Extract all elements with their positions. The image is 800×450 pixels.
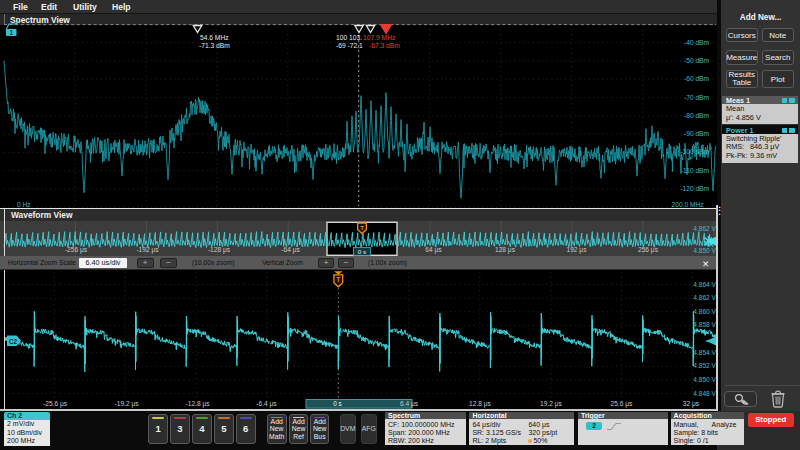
svg-text:6.4 μs: 6.4 μs	[400, 400, 419, 408]
svg-text:4.854 V: 4.854 V	[693, 349, 716, 356]
svg-text:-12.8 μs: -12.8 μs	[186, 400, 211, 408]
svg-text:0 s: 0 s	[333, 400, 342, 407]
svg-text:25.6 μs: 25.6 μs	[611, 400, 633, 408]
svg-text:192 μs: 192 μs	[567, 246, 588, 254]
svg-text:64 μs: 64 μs	[425, 246, 442, 254]
svg-text:4.860 V: 4.860 V	[693, 308, 716, 315]
svg-text:4.864 V: 4.864 V	[693, 281, 716, 288]
svg-text:128 μs: 128 μs	[495, 246, 516, 254]
svg-text:T: T	[336, 276, 340, 283]
svg-text:256 μs: 256 μs	[638, 246, 659, 254]
svg-text:4.850 V: 4.850 V	[693, 376, 716, 383]
svg-text:4.858 V: 4.858 V	[693, 321, 716, 328]
svg-text:4.850 V: 4.850 V	[693, 247, 716, 254]
svg-text:4.862 V: 4.862 V	[693, 294, 716, 301]
svg-text:-25.6 μs: -25.6 μs	[43, 400, 68, 408]
svg-text:0 s: 0 s	[358, 248, 366, 255]
svg-text:4.852 V: 4.852 V	[693, 362, 716, 369]
svg-text:T: T	[360, 225, 364, 231]
svg-text:32 μs: 32 μs	[683, 400, 700, 408]
svg-text:-19.2 μs: -19.2 μs	[115, 400, 140, 408]
svg-text:19.2 μs: 19.2 μs	[540, 400, 562, 408]
svg-text:-6.4 μs: -6.4 μs	[256, 400, 277, 408]
svg-text:C2: C2	[9, 338, 18, 345]
svg-text:-64 μs: -64 μs	[281, 246, 300, 254]
svg-text:4.848 V: 4.848 V	[693, 390, 716, 397]
svg-text:-192 μs: -192 μs	[136, 246, 159, 254]
svg-text:-256 μs: -256 μs	[65, 246, 88, 254]
svg-text:4.862 V: 4.862 V	[693, 225, 716, 232]
svg-text:12.8 μs: 12.8 μs	[469, 400, 491, 408]
svg-text:-128 μs: -128 μs	[208, 246, 231, 254]
